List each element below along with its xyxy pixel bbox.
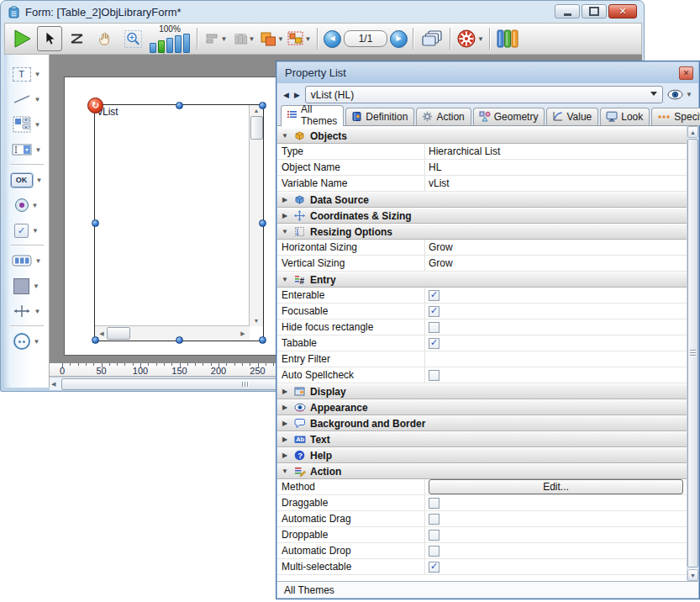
text-tool[interactable]: T▼: [4, 61, 49, 87]
combobox-tool[interactable]: ▼: [4, 137, 49, 162]
form-properties-button[interactable]: ▼: [456, 26, 484, 51]
properties-dropdown-arrow[interactable]: ▼: [477, 35, 484, 43]
button-tool[interactable]: OK▼: [4, 167, 49, 193]
checkbox-tabable[interactable]: ✓: [429, 338, 439, 349]
collapse-triangle-icon[interactable]: ▼: [281, 276, 289, 283]
checkbox-tool[interactable]: ✓▼: [4, 218, 49, 243]
checkbox-focusable[interactable]: ✓: [429, 306, 439, 317]
combobox-tool-dropdown-arrow[interactable]: ▼: [35, 146, 42, 154]
object-method-badge-icon[interactable]: ↻: [87, 98, 103, 114]
titlebar[interactable]: Form: [Table_2]ObjLibraryForm*: [8, 3, 543, 21]
section-header-action[interactable]: ▼Action: [277, 463, 687, 479]
scroll-down-icon[interactable]: ▼: [687, 569, 698, 581]
property-list-close-button[interactable]: ✕: [679, 66, 693, 80]
selection-handle-right[interactable]: [259, 219, 266, 227]
scroll-up-icon[interactable]: ▲: [687, 126, 698, 138]
selection-handle-top-right[interactable]: [259, 102, 266, 109]
zoom-tool-button[interactable]: [120, 26, 145, 51]
section-header-help[interactable]: ▶?Help: [277, 447, 687, 463]
tab-geometry[interactable]: Geometry: [473, 108, 545, 125]
zoom-bar-50[interactable]: [150, 43, 156, 53]
checkbox-automatic-drag[interactable]: ✓: [429, 514, 439, 525]
expand-triangle-icon[interactable]: ▶: [281, 436, 289, 443]
zoom-bars[interactable]: [150, 34, 190, 53]
splitter-tool[interactable]: ▼: [4, 298, 49, 324]
tab-control-tool-dropdown-arrow[interactable]: ▼: [35, 257, 42, 265]
horizontal-scroll-thumb[interactable]: [107, 327, 130, 340]
close-button[interactable]: ✕: [608, 4, 637, 18]
property-scroll-thumb[interactable]: [687, 139, 698, 568]
text-tool-dropdown-arrow[interactable]: ▼: [34, 71, 41, 78]
line-tool[interactable]: ▼: [4, 87, 49, 112]
object-vertical-scrollbar[interactable]: ▲ ▼: [249, 105, 263, 326]
previous-object-button[interactable]: ◀: [283, 91, 290, 99]
checkbox-enterable[interactable]: ✓: [429, 290, 439, 301]
object-library-button[interactable]: [496, 26, 521, 51]
expand-triangle-icon[interactable]: ▶: [281, 196, 289, 203]
section-header-entry[interactable]: ▼#Entry: [277, 272, 687, 288]
selection-handle-bottom-right[interactable]: [259, 336, 266, 344]
radio-tool-dropdown-arrow[interactable]: ▼: [32, 202, 39, 209]
checkbox-droppable[interactable]: ✓: [429, 530, 439, 541]
tab-all-themes[interactable]: All Themes: [281, 105, 344, 126]
group-button[interactable]: ▼: [287, 26, 312, 51]
zoom-level-widget[interactable]: 100%: [150, 25, 190, 53]
button-tool-dropdown-arrow[interactable]: ▼: [36, 177, 43, 184]
expand-triangle-icon[interactable]: ▶: [281, 452, 289, 459]
radio-tool[interactable]: ▼: [4, 193, 49, 218]
object-selector-dropdown[interactable]: vList (HL): [305, 86, 663, 103]
selection-tool-button[interactable]: [37, 26, 62, 51]
tab-control-tool[interactable]: ▼: [4, 248, 49, 273]
section-header-resizing-options[interactable]: ▼Resizing Options: [277, 224, 687, 240]
previous-page-button[interactable]: ◀: [324, 30, 341, 48]
checkbox-multi-selectable[interactable]: ✓: [429, 562, 439, 573]
selection-handle-left[interactable]: [92, 219, 99, 227]
tab-look[interactable]: Look: [600, 108, 650, 125]
level-button[interactable]: ▼: [259, 26, 284, 51]
collapse-triangle-icon[interactable]: ▼: [281, 132, 289, 140]
section-header-display[interactable]: ▶Display: [277, 383, 687, 399]
section-header-data-source[interactable]: ▶Data Source: [277, 192, 687, 208]
pan-tool-button[interactable]: [92, 26, 118, 51]
value-text[interactable]: Grow: [429, 257, 453, 269]
view-options-dropdown-arrow[interactable]: ▼: [686, 91, 692, 98]
next-object-button[interactable]: ▶: [294, 91, 301, 99]
entry-order-tool-button[interactable]: [65, 26, 90, 51]
run-form-button[interactable]: [9, 26, 34, 51]
expand-triangle-icon[interactable]: ▶: [281, 404, 289, 411]
group-dropdown-arrow[interactable]: ▼: [305, 35, 312, 43]
tab-definition[interactable]: Definition: [345, 108, 414, 125]
form-pages-button[interactable]: [419, 26, 445, 51]
page-indicator[interactable]: 1/1: [344, 30, 387, 47]
value-text[interactable]: Hierarchical List: [429, 145, 500, 157]
zoom-bar-800[interactable]: [183, 34, 190, 53]
hierarchical-list-object[interactable]: vList ▲ ▼ ◀ ▶ ↻: [94, 104, 264, 341]
scroll-right-icon[interactable]: ▶: [239, 330, 247, 336]
value-text[interactable]: Grow: [429, 241, 453, 253]
plugin-tool[interactable]: ▼: [4, 329, 49, 354]
zoom-bar-400[interactable]: [175, 35, 182, 53]
checkbox-auto-spellcheck[interactable]: ✓: [429, 370, 439, 381]
collapse-triangle-icon[interactable]: ▼: [281, 467, 289, 475]
expand-triangle-icon[interactable]: ▶: [281, 388, 289, 395]
canvas-scroll-left-icon[interactable]: ◀: [51, 381, 55, 388]
selection-handle-bottom-left[interactable]: [92, 336, 99, 344]
scroll-down-icon[interactable]: ▼: [250, 318, 263, 324]
section-header-coordinates-sizing[interactable]: ▶Coordinates & Sizing: [277, 208, 687, 224]
line-tool-dropdown-arrow[interactable]: ▼: [34, 96, 41, 103]
maximize-button[interactable]: [582, 4, 607, 18]
checkbox-automatic-drop[interactable]: ✓: [429, 546, 439, 557]
scroll-left-icon[interactable]: ◀: [97, 330, 106, 336]
next-page-button[interactable]: ▶: [390, 30, 408, 48]
property-list-titlebar[interactable]: Property List ✕: [277, 62, 698, 83]
plugin-tool-dropdown-arrow[interactable]: ▼: [34, 338, 40, 346]
distribute-dropdown-arrow[interactable]: ▼: [249, 35, 255, 43]
tab-specific[interactable]: Specific: [651, 108, 700, 125]
expand-triangle-icon[interactable]: ▶: [281, 212, 289, 219]
rectangle-tool-dropdown-arrow[interactable]: ▼: [33, 283, 39, 290]
section-header-background-and-border[interactable]: ▶Background and Border: [277, 415, 687, 431]
checkbox-hide-focus-rectangle[interactable]: ✓: [429, 322, 439, 333]
align-dropdown-arrow[interactable]: ▼: [221, 35, 228, 43]
tab-action[interactable]: Action: [416, 108, 471, 125]
view-options-eye-icon[interactable]: [667, 89, 683, 100]
